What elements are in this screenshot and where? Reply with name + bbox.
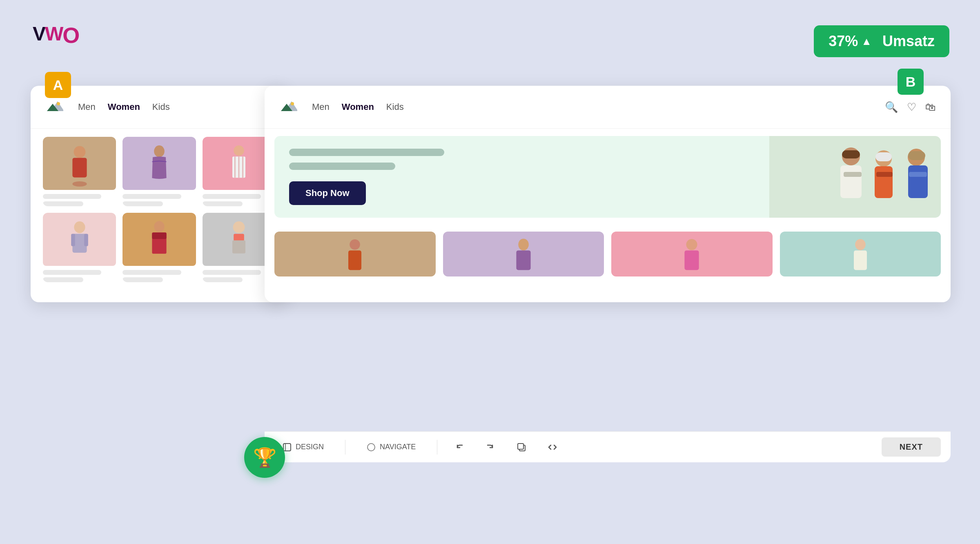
variant-a-logo	[45, 97, 63, 117]
product-img-a-1	[43, 137, 116, 190]
redo-button[interactable]	[481, 438, 499, 456]
svg-point-7	[234, 145, 245, 156]
svg-point-42	[686, 239, 697, 250]
search-icon[interactable]: 🔍	[885, 101, 898, 114]
hero-image	[769, 136, 941, 218]
variant-b-label: B	[898, 69, 924, 95]
wishlist-icon[interactable]: ♡	[907, 101, 916, 114]
svg-rect-31	[875, 166, 893, 198]
svg-point-48	[368, 444, 375, 451]
copy-button[interactable]	[512, 438, 530, 456]
svg-rect-41	[516, 250, 530, 270]
svg-rect-39	[348, 250, 361, 270]
svg-point-5	[72, 181, 87, 187]
svg-point-3	[74, 146, 85, 158]
copy-icon	[516, 442, 527, 453]
svg-point-44	[855, 239, 866, 250]
design-icon	[283, 443, 292, 452]
svg-rect-21	[232, 240, 245, 253]
variant-b-card: Men Women Kids 🔍 ♡ 🛍 Shop Now	[265, 86, 951, 302]
svg-rect-27	[842, 150, 860, 158]
shop-now-button[interactable]: Shop Now	[289, 181, 366, 205]
trophy-badge: 🏆	[244, 437, 285, 478]
code-button[interactable]	[543, 438, 561, 456]
next-button[interactable]: NEXT	[882, 437, 941, 457]
redo-icon	[485, 442, 496, 453]
nav-men-b[interactable]: Men	[312, 102, 330, 112]
svg-rect-33	[908, 151, 925, 160]
variant-b-nav-actions: 🔍 ♡ 🛍	[885, 101, 936, 114]
product-card-b-3[interactable]	[611, 232, 773, 276]
logo-w: W	[45, 23, 62, 45]
nav-women-b[interactable]: Women	[342, 102, 374, 112]
navigate-label: NAVIGATE	[380, 443, 416, 451]
svg-rect-35	[844, 172, 862, 177]
cart-icon[interactable]: 🛍	[925, 101, 936, 114]
svg-point-24	[291, 102, 294, 105]
variant-b-product-grid	[265, 225, 951, 283]
product-sublabel-a-4	[43, 277, 83, 282]
svg-rect-28	[840, 165, 862, 198]
variant-b-nav-links: Men Women Kids	[312, 102, 404, 112]
svg-rect-45	[854, 250, 867, 270]
product-card-a-1[interactable]	[43, 137, 116, 206]
variant-b-nav: Men Women Kids 🔍 ♡ 🛍	[265, 86, 951, 129]
design-label: DESIGN	[296, 443, 324, 451]
nav-kids-a[interactable]: Kids	[152, 102, 170, 112]
product-sublabel-a-5	[122, 277, 163, 282]
svg-point-16	[154, 221, 165, 232]
code-icon	[547, 442, 558, 453]
variant-a-nav-links: Men Women Kids	[78, 102, 170, 112]
product-img-b-3	[611, 232, 773, 276]
svg-point-40	[518, 239, 529, 250]
svg-rect-37	[909, 172, 927, 177]
toolbar-sep-1	[345, 440, 345, 455]
bottom-toolbar: DESIGN NAVIGATE NEXT	[265, 431, 951, 462]
svg-point-6	[154, 145, 165, 157]
svg-rect-30	[875, 152, 892, 161]
trophy-icon: 🏆	[253, 446, 276, 468]
product-img-a-4	[43, 213, 116, 266]
metric-value: 37%	[829, 33, 858, 50]
product-card-a-5[interactable]	[122, 213, 196, 282]
product-img-b-2	[443, 232, 604, 276]
svg-point-2	[57, 102, 60, 105]
product-sublabel-a-3	[203, 201, 243, 206]
product-card-b-2[interactable]	[443, 232, 604, 276]
svg-rect-50	[518, 444, 523, 449]
variant-a-label: A	[45, 72, 71, 98]
svg-point-38	[350, 239, 360, 250]
svg-rect-18	[152, 232, 166, 239]
nav-women-a[interactable]: Women	[108, 102, 140, 112]
hero-banner: Shop Now	[274, 136, 941, 218]
svg-rect-14	[71, 234, 75, 246]
undo-icon	[454, 442, 465, 453]
product-label-a-5	[122, 270, 181, 275]
metric-label: Umsatz	[882, 33, 935, 50]
svg-rect-15	[84, 234, 88, 246]
hero-line-1	[289, 149, 444, 156]
product-card-a-4[interactable]	[43, 213, 116, 282]
product-card-b-1[interactable]	[274, 232, 436, 276]
variant-a-product-grid	[31, 129, 288, 290]
navigate-button[interactable]: NAVIGATE	[359, 439, 424, 456]
product-label-a-1	[43, 194, 101, 199]
product-card-b-4[interactable]	[780, 232, 941, 276]
hero-line-2	[289, 163, 395, 170]
svg-rect-43	[685, 250, 699, 270]
product-label-a-6	[203, 270, 261, 275]
nav-kids-b[interactable]: Kids	[386, 102, 404, 112]
product-img-b-4	[780, 232, 941, 276]
product-label-a-4	[43, 270, 101, 275]
navigate-icon	[367, 443, 376, 452]
product-label-a-2	[122, 194, 181, 199]
logo-v: V	[33, 23, 45, 45]
vwo-logo: VWO	[33, 22, 79, 48]
product-card-a-2[interactable]	[122, 137, 196, 206]
nav-men-a[interactable]: Men	[78, 102, 96, 112]
toolbar-sep-2	[437, 440, 437, 455]
undo-button[interactable]	[450, 438, 468, 456]
logo-o: O	[62, 23, 79, 47]
svg-point-19	[233, 221, 245, 233]
svg-rect-34	[908, 165, 928, 198]
